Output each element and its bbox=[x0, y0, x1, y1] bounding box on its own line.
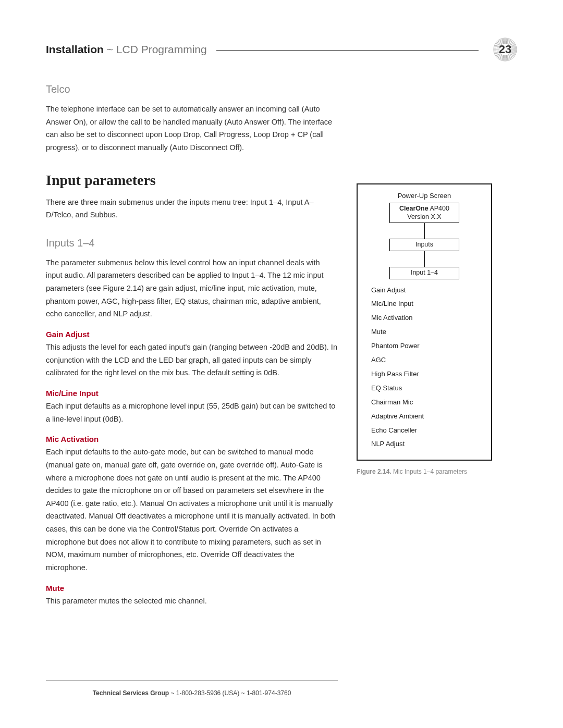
param-title-mute: Mute bbox=[46, 584, 338, 593]
figure-bullet: Adaptive Ambient bbox=[371, 410, 484, 424]
figure-bullet: AGC bbox=[371, 353, 484, 367]
inputs-1-4-heading: Inputs 1–4 bbox=[46, 237, 338, 249]
figure-bullet: High Pass Filter bbox=[371, 367, 484, 381]
figure-column: Power-Up Screen ClearOne AP400 Version X… bbox=[357, 83, 517, 610]
figure-bullet: Phantom Power bbox=[371, 339, 484, 353]
telco-heading: Telco bbox=[46, 83, 338, 95]
page-number-badge: 23 bbox=[493, 38, 517, 61]
figure-node-root: ClearOne AP400 Version X.X bbox=[389, 203, 459, 223]
footer-rule bbox=[46, 681, 338, 681]
figure-connector bbox=[424, 223, 425, 239]
param-body-mic-activation: Each input defaults to the auto-gate mod… bbox=[46, 446, 338, 574]
param-title-mic-line: Mic/Line Input bbox=[46, 389, 338, 398]
page: Installation ~ LCD Programming 23 Telco … bbox=[0, 0, 563, 728]
footer-bold: Technical Services Group bbox=[93, 689, 169, 697]
figure-bullet: Echo Canceller bbox=[371, 424, 484, 438]
figure-bullet: Mic Activation bbox=[371, 311, 484, 325]
param-body-mute: This parameter mutes the selected mic ch… bbox=[46, 595, 338, 608]
header-rule bbox=[216, 50, 479, 51]
figure-caption: Figure 2.14. Mic Inputs 1–4 parameters bbox=[357, 468, 517, 475]
figure-box: Power-Up Screen ClearOne AP400 Version X… bbox=[357, 183, 492, 461]
footer-rest: ~ 1-800-283-5936 (USA) ~ 1-801-974-3760 bbox=[169, 689, 291, 697]
figure-bullets: Gain Adjust Mic/Line Input Mic Activatio… bbox=[371, 283, 484, 452]
footer-text: Technical Services Group ~ 1-800-283-593… bbox=[46, 689, 338, 697]
input-params-intro: There are three main submenus under the … bbox=[46, 196, 338, 221]
figure-node-input-1-4: Input 1–4 bbox=[389, 267, 459, 279]
param-title-mic-activation: Mic Activation bbox=[46, 435, 338, 443]
figure-bullet: EQ Status bbox=[371, 381, 484, 396]
figure-bullet: Mute bbox=[371, 325, 484, 339]
header-separator: ~ bbox=[104, 43, 116, 55]
header-title: Installation ~ LCD Programming bbox=[46, 43, 207, 56]
inputs-1-4-intro: The parameter submenus below this level … bbox=[46, 256, 338, 320]
figure-caption-text: Mic Inputs 1–4 parameters bbox=[391, 468, 467, 475]
input-params-heading: Input parameters bbox=[46, 172, 338, 189]
figure-bullet: Mic/Line Input bbox=[371, 297, 484, 311]
figure-bullet: NLP Adjust bbox=[371, 437, 484, 451]
figure-connector bbox=[424, 251, 425, 267]
figure-bullet: Gain Adjust bbox=[371, 283, 484, 298]
figure-node1-model: AP400 bbox=[429, 205, 449, 212]
figure-powerup-label: Power-Up Screen bbox=[365, 192, 484, 200]
main-column: Telco The telephone interface can be set… bbox=[46, 83, 338, 610]
header-light: LCD Programming bbox=[116, 43, 207, 55]
header-strong: Installation bbox=[46, 43, 104, 55]
param-body-mic-line: Each input defaults as a microphone leve… bbox=[46, 400, 338, 425]
page-number: 23 bbox=[493, 38, 517, 61]
figure-bullet: Chairman Mic bbox=[371, 396, 484, 410]
param-body-gain-adjust: This adjusts the level for each gated in… bbox=[46, 341, 338, 379]
telco-paragraph: The telephone interface can be set to au… bbox=[46, 103, 338, 154]
figure-node-inputs: Inputs bbox=[389, 239, 459, 251]
page-header: Installation ~ LCD Programming 23 bbox=[46, 38, 517, 61]
param-title-gain-adjust: Gain Adjust bbox=[46, 330, 338, 339]
figure-node1-version: Version X.X bbox=[407, 213, 441, 220]
figure-node1-brand: ClearOne bbox=[399, 205, 429, 212]
figure-caption-number: Figure 2.14. bbox=[357, 468, 391, 475]
body: Telco The telephone interface can be set… bbox=[46, 83, 517, 610]
